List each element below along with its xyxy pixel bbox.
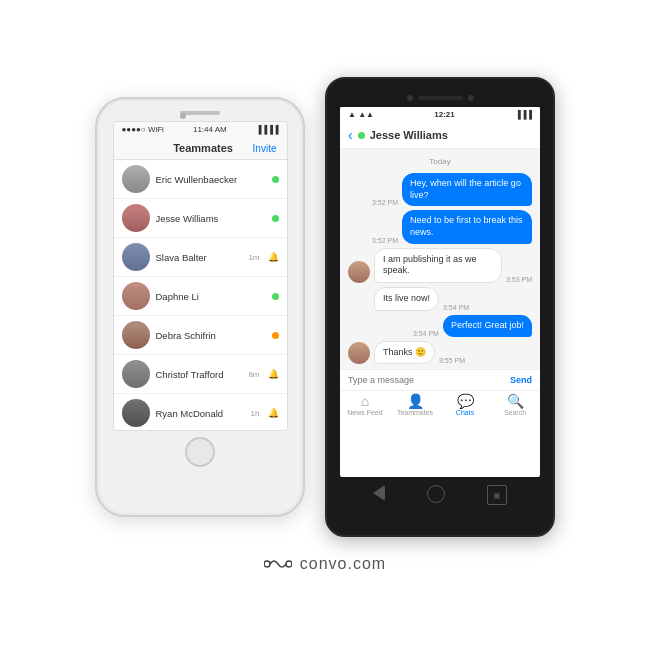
android-screen: ▲ ▲▲ 12:21 ▐▐▐ ‹ Jesse Williams Today 3:… <box>340 107 540 477</box>
ios-teammates-header: Teammates Invite <box>114 137 287 160</box>
msg-time-1: 3:52 PM <box>372 199 398 206</box>
android-camera <box>407 95 413 101</box>
teammate-name-ryan: Ryan McDonald <box>156 408 245 419</box>
main-content: ●●●●○ WiFi 11:44 AM ▐▐▐▐ Teammates Invit… <box>95 77 555 537</box>
msg-time-6: 3:55 PM <box>439 357 465 364</box>
teammate-ryan[interactable]: Ryan McDonald 1h 🔔 <box>114 394 287 431</box>
msg-time-5: 3:54 PM <box>413 330 439 337</box>
msg-time-2: 3:52 PM <box>372 237 398 244</box>
android-recents-btn[interactable]: ▣ <box>487 485 507 505</box>
msg-bubble-4: Its live now! <box>374 287 439 311</box>
message-input[interactable] <box>348 375 505 385</box>
android-battery: ▐▐▐ <box>515 110 532 119</box>
android-sensor <box>468 95 474 101</box>
teammate-debra[interactable]: Debra Schifrin <box>114 316 287 355</box>
avatar-received-2 <box>348 342 370 364</box>
online-indicator <box>358 132 365 139</box>
android-tab-teammates-label: Teammates <box>397 409 433 416</box>
android-teammates-icon: 👤 <box>407 394 424 408</box>
msg-bubble-2: Need to be first to break this news. <box>402 210 532 243</box>
invite-button[interactable]: Invite <box>253 143 277 154</box>
ios-status-bar: ●●●●○ WiFi 11:44 AM ▐▐▐▐ <box>114 122 287 137</box>
msg-row-2: 3:52 PM Need to be first to break this n… <box>348 210 532 243</box>
teammate-name-christof: Christof Trafford <box>156 369 243 380</box>
avatar-slava <box>122 243 150 271</box>
chat-messages: Today 3:52 PM Hey, when will the article… <box>340 149 540 369</box>
msg-row-1: 3:52 PM Hey, when will the article go li… <box>348 173 532 206</box>
teammates-list: Eric Wullenbaecker Jesse Williams Slava … <box>114 160 287 431</box>
android-home-icon: ⌂ <box>361 394 369 408</box>
chat-date: Today <box>348 157 532 166</box>
android-phone: ▲ ▲▲ 12:21 ▐▐▐ ‹ Jesse Williams Today 3:… <box>325 77 555 537</box>
status-jesse <box>272 215 279 222</box>
avatar-christof <box>122 360 150 388</box>
android-search-icon: 🔍 <box>507 394 524 408</box>
avatar-received-1 <box>348 261 370 283</box>
teammate-christof[interactable]: Christof Trafford 8m 🔔 <box>114 355 287 394</box>
android-back-btn[interactable] <box>373 485 385 501</box>
time-ryan: 1h <box>251 409 260 418</box>
avatar-ryan <box>122 399 150 427</box>
teammate-name-slava: Slava Balter <box>156 252 243 263</box>
android-tab-search-label: Search <box>504 409 526 416</box>
contact-name: Jesse Williams <box>370 129 448 141</box>
ios-camera <box>180 113 186 119</box>
ios-time: 11:44 AM <box>193 125 227 134</box>
android-nav-bar: ▣ <box>332 485 548 505</box>
avatar-jesse <box>122 204 150 232</box>
msg-row-5: 3:54 PM Perfect! Great job! <box>348 315 532 337</box>
time-christof: 8m <box>248 370 259 379</box>
android-home-btn[interactable] <box>427 485 445 503</box>
send-button[interactable]: Send <box>510 375 532 385</box>
teammate-slava[interactable]: Slava Balter 1m 🔔 <box>114 238 287 277</box>
msg-row-4: Its live now! 3:54 PM <box>348 287 532 311</box>
android-tab-bar: ⌂ News Feed 👤 Teammates 💬 Chats 🔍 Search <box>340 390 540 419</box>
ios-signal: ●●●●○ WiFi <box>122 125 164 134</box>
android-tab-chats[interactable]: 💬 Chats <box>440 391 490 419</box>
chat-input-area: Send <box>340 369 540 390</box>
teammate-name-daphne: Daphne Li <box>156 291 266 302</box>
android-signal: ▲ ▲▲ <box>348 110 374 119</box>
msg-bubble-3: I am publishing it as we speak. <box>374 248 502 283</box>
msg-row-6: Thanks 🙂 3:55 PM <box>348 341 532 365</box>
ios-phone: ●●●●○ WiFi 11:44 AM ▐▐▐▐ Teammates Invit… <box>95 97 305 517</box>
android-tab-newsfeed-label: News Feed <box>347 409 382 416</box>
footer-logo-text: convo.com <box>300 555 386 573</box>
msg-time-4: 3:54 PM <box>443 304 469 311</box>
back-button[interactable]: ‹ <box>348 127 353 143</box>
msg-time-3: 3:53 PM <box>506 276 532 283</box>
chat-header: ‹ Jesse Williams <box>340 122 540 149</box>
android-tab-chats-label: Chats <box>456 409 474 416</box>
android-tab-teammates[interactable]: 👤 Teammates <box>390 391 440 419</box>
ios-screen: ●●●●○ WiFi 11:44 AM ▐▐▐▐ Teammates Invit… <box>113 121 288 431</box>
android-top <box>407 95 474 101</box>
msg-row-3: I am publishing it as we speak. 3:53 PM <box>348 248 532 283</box>
teammate-name-eric: Eric Wullenbaecker <box>156 174 266 185</box>
status-daphne <box>272 293 279 300</box>
msg-bubble-6: Thanks 🙂 <box>374 341 435 365</box>
android-speaker <box>418 96 463 100</box>
footer: convo.com <box>264 555 386 573</box>
msg-bubble-1: Hey, when will the article go live? <box>402 173 532 206</box>
msg-bubble-5: Perfect! Great job! <box>443 315 532 337</box>
convo-logo-icon <box>264 555 292 573</box>
ios-home-button[interactable] <box>185 437 215 467</box>
teammate-name-debra: Debra Schifrin <box>156 330 266 341</box>
time-slava: 1m <box>248 253 259 262</box>
ios-battery: ▐▐▐▐ <box>256 125 279 134</box>
status-debra <box>272 332 279 339</box>
teammate-eric[interactable]: Eric Wullenbaecker <box>114 160 287 199</box>
avatar-eric <box>122 165 150 193</box>
teammate-jesse[interactable]: Jesse Williams <box>114 199 287 238</box>
android-chats-icon: 💬 <box>457 394 474 408</box>
teammate-name-jesse: Jesse Williams <box>156 213 266 224</box>
android-time: 12:21 <box>434 110 454 119</box>
avatar-debra <box>122 321 150 349</box>
teammate-daphne[interactable]: Daphne Li <box>114 277 287 316</box>
android-tab-search[interactable]: 🔍 Search <box>490 391 540 419</box>
avatar-daphne <box>122 282 150 310</box>
ios-speaker <box>180 111 220 115</box>
ios-header-title: Teammates <box>173 142 233 154</box>
android-status-bar: ▲ ▲▲ 12:21 ▐▐▐ <box>340 107 540 122</box>
android-tab-newsfeed[interactable]: ⌂ News Feed <box>340 391 390 419</box>
